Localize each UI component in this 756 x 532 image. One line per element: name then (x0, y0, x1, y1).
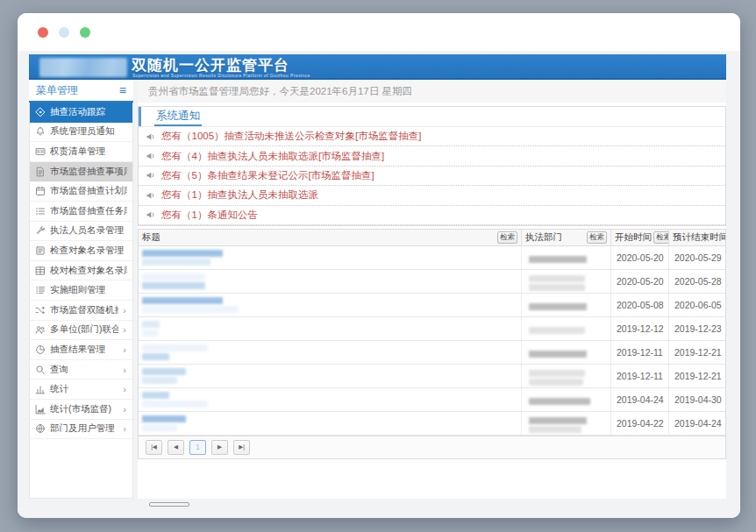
sidebar-item-label: 市场监督抽查事项库 (50, 166, 127, 178)
task-list-icon (35, 206, 46, 216)
sidebar-item[interactable]: 抽查活动跟踪 (30, 103, 132, 123)
org-logo (39, 58, 127, 77)
hamburger-menu-icon[interactable]: ≡ (119, 84, 126, 96)
sidebar-item[interactable]: 校对检查对象名录库 (30, 261, 132, 281)
notification-link[interactable]: 您有（5）条抽查结果未登记公示[市场监督抽查] (139, 167, 725, 186)
pagination-first-button[interactable]: |◀ (146, 440, 162, 455)
table-row[interactable]: 2019-12-112019-12-21 (139, 365, 726, 388)
pagination-next-button[interactable]: ▶ (211, 440, 228, 455)
pagination-last-button[interactable]: ▶| (233, 440, 250, 455)
sidebar-menu-list: 抽查活动跟踪系统管理员通知权责清单管理市场监督抽查事项库市场监督抽查计划库市场监… (29, 103, 133, 499)
notifications-list: 您有（1005）抽查活动未推送公示检查对象[市场监督抽查]您有（4）抽查执法人员… (139, 127, 725, 225)
sidebar-item[interactable]: 执法人员名录管理 (30, 222, 132, 242)
title-cell-redacted[interactable] (139, 365, 522, 387)
chevron-right-icon: › (123, 423, 127, 434)
end-date-cell: 2019-04-24 (669, 412, 726, 435)
app-subtitle: Supervision and Supervision Results Disc… (132, 73, 310, 78)
title-cell-redacted[interactable] (139, 341, 522, 364)
minimize-window-button[interactable] (59, 27, 69, 38)
redacted-text-block (142, 368, 186, 375)
chevron-right-icon: › (123, 344, 127, 355)
sidebar-item[interactable]: 多单位(部门)联合抽查› (30, 321, 132, 341)
megaphone-icon (146, 131, 156, 142)
redacted-text-block (529, 398, 590, 405)
end-date-cell: 2020-05-29 (669, 246, 726, 269)
sidebar-item[interactable]: 市场监督抽查计划库 (30, 181, 132, 202)
redacted-text-block (142, 392, 169, 399)
document-box-icon (35, 245, 46, 256)
notifications-panel-header: 系统通知 (139, 107, 725, 127)
sidebar-item[interactable]: 实施细则管理 (30, 280, 132, 301)
table-row[interactable]: 2020-05-082020-06-05 (139, 294, 726, 317)
redacted-text-block (529, 417, 587, 424)
department-cell-redacted (522, 270, 611, 293)
table-row[interactable]: 2019-04-222019-04-24 (139, 412, 726, 436)
redacted-text-block (529, 284, 585, 291)
sidebar-item[interactable]: 市场监督抽查任务库 (30, 202, 132, 222)
notification-link[interactable]: 您有（1）抽查执法人员未抽取选派 (139, 186, 725, 205)
table-row[interactable]: 2019-04-242019-04-30 (139, 388, 726, 412)
sidebar-item[interactable]: 统计› (30, 379, 132, 400)
app-header-banner: 双随机一公开监管平台 Supervision and Supervision R… (29, 54, 726, 80)
sidebar-item[interactable]: 查询› (30, 360, 132, 380)
sidebar-item[interactable]: 检查对象名录管理 (30, 241, 132, 261)
start-date-cell: 2019-04-22 (611, 412, 669, 435)
sidebar-item[interactable]: 部门及用户管理› (30, 420, 132, 440)
sidebar-header: 菜单管理 ≡ (29, 80, 133, 103)
sidebar-item-label: 校对检查对象名录库 (50, 265, 127, 277)
sidebar-item-label: 市场监督双随机抽查 (50, 304, 118, 316)
notification-link[interactable]: 您有（1005）抽查活动未推送公示检查对象[市场监督抽查] (139, 127, 725, 146)
title-cell-redacted[interactable] (139, 388, 522, 411)
end-date-cell: 2019-12-23 (669, 317, 726, 340)
column-search-button[interactable]: 检索 (497, 231, 517, 243)
table-row[interactable]: 2020-05-202020-05-29 (139, 246, 726, 270)
pagination-current-page[interactable]: 1 (189, 440, 206, 455)
title-cell-redacted[interactable] (139, 412, 522, 435)
start-date-cell: 2019-12-11 (611, 365, 669, 387)
area-chart-icon (35, 404, 46, 415)
sidebar-item[interactable]: 系统管理员通知 (30, 123, 132, 143)
sidebar-item[interactable]: 市场监督双随机抽查› (30, 301, 132, 321)
column-search-button[interactable]: 检索 (653, 231, 669, 243)
sidebar-item-label: 执法人员名录管理 (50, 224, 127, 237)
sidebar-item[interactable]: 统计(市场监督)› (30, 400, 132, 420)
redacted-text-block (529, 426, 581, 433)
pie-chart-icon (35, 344, 46, 355)
department-cell-redacted (522, 412, 611, 435)
sidebar-item[interactable]: 抽查结果管理› (30, 340, 132, 360)
browser-window: 双随机一公开监管平台 Supervision and Supervision R… (18, 13, 740, 518)
department-cell-redacted (522, 388, 611, 411)
table-row[interactable]: 2019-12-112019-12-21 (139, 341, 726, 365)
notification-link[interactable]: 您有（4）抽查执法人员未抽取选派[市场监督抽查] (139, 146, 725, 166)
notifications-panel-title: 系统通知 (154, 107, 202, 126)
sidebar-item-label: 查询 (50, 364, 118, 376)
notification-text: 您有（1）抽查执法人员未抽取选派 (161, 188, 318, 202)
wrench-icon (35, 225, 46, 236)
sidebar-item-label: 权责清单管理 (50, 145, 127, 158)
megaphone-icon (146, 190, 156, 201)
notification-link[interactable]: 您有（1）条通知公告 (139, 206, 725, 225)
table-body: 2020-05-202020-05-292020-05-202020-05-28… (139, 246, 725, 436)
table-row[interactable]: 2019-12-122019-12-23 (139, 317, 726, 341)
close-window-button[interactable] (38, 27, 48, 38)
chevron-right-icon: › (123, 365, 127, 375)
redacted-text-block (142, 330, 158, 337)
title-cell-redacted[interactable] (139, 246, 522, 269)
sidebar-item-label: 市场监督抽查计划库 (50, 185, 127, 197)
column-search-button[interactable]: 检索 (587, 231, 607, 243)
sidebar-item[interactable]: 权责清单管理 (30, 142, 132, 162)
sidebar-item[interactable]: 市场监督抽查事项库 (30, 162, 132, 182)
chevron-right-icon: › (123, 305, 127, 316)
title-cell-redacted[interactable] (139, 317, 522, 340)
title-cell-redacted[interactable] (139, 270, 522, 293)
title-cell-redacted[interactable] (139, 294, 522, 316)
start-date-cell: 2019-12-11 (611, 341, 669, 364)
maximize-window-button[interactable] (80, 27, 90, 38)
redacted-text-block (529, 379, 583, 386)
pagination-prev-button[interactable]: ◀ (168, 440, 184, 455)
chevron-right-icon: › (123, 384, 127, 394)
column-header-label: 开始时间 (615, 231, 652, 244)
table-row[interactable]: 2020-05-202020-05-28 (139, 270, 726, 294)
start-date-cell: 2019-12-12 (611, 317, 669, 340)
bell-icon (35, 126, 46, 137)
